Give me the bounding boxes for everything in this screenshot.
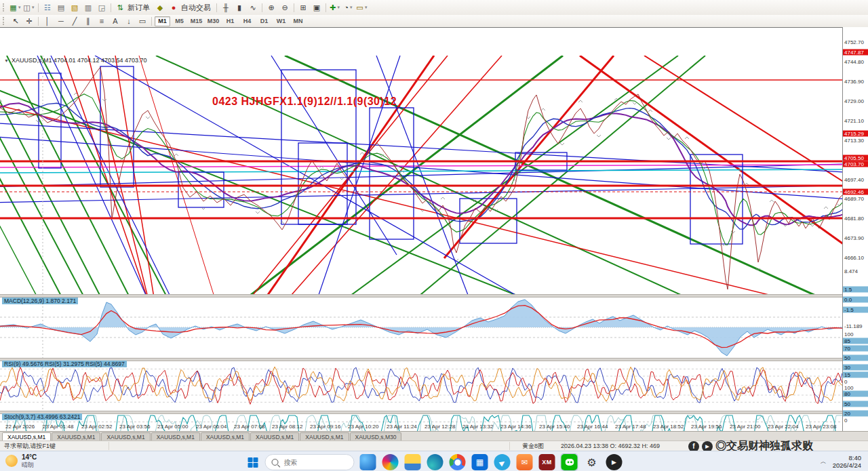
toolbar-cursor[interactable]: ↖ [9,16,22,26]
macd-indicator-label[interactable]: MACD(12,26,9) 1.870 2.171 [2,298,78,304]
explorer-icon [405,454,421,470]
toolbar-new-order[interactable]: ⇅ [114,3,126,13]
toolbar-cascade-windows[interactable]: ▣ [311,3,323,13]
periods-icon: ◔ [344,4,349,12]
timeframe-button-m1[interactable]: M1 [155,16,170,26]
rsi-scale-label: 0 [844,379,867,385]
price-label: 4692.46 [843,189,868,195]
system-tray: ︿ 8:40 2026/4/24 [821,453,861,470]
toolbar-trendline[interactable]: ╱ [68,16,81,26]
taskbar-app-wechat[interactable] [561,453,578,471]
chat-bubble-icon [565,459,574,466]
shapes-tool-icon: ▭ [139,18,146,25]
panel-splitter[interactable] [0,411,843,414]
line-chart-type-icon: ∿ [250,4,256,12]
time-label: 23 Apr 08:12 [272,424,302,430]
toolbar-separator [294,3,294,12]
profiles-icon: ◫ [23,4,30,12]
toolbar-new-chart[interactable]: ▦▼ [9,3,22,13]
stoch-indicator-label[interactable]: Stoch(9,3,7) 43.4996 63.2421 [2,413,82,420]
toolbar-text-tool[interactable]: A [109,16,121,26]
edge-icon [427,454,443,470]
toolbar-templates[interactable]: ▭▼ [356,3,368,13]
cursor-icon: ↖ [12,18,18,25]
fibonacci-icon: ≡ [100,18,104,25]
toolbar-navigator[interactable]: ▧ [68,3,81,13]
taskbar-app-copilot[interactable] [382,453,399,471]
toolbar-separator [326,3,326,12]
timeframe-button-m30[interactable]: M30 [205,16,221,26]
taskbar-weather-widget[interactable]: 14°C 晴朗 [5,453,37,468]
toolbar-crosshair[interactable]: ✛ [23,16,35,26]
toolbar-equidistant-channel[interactable]: ∥ [82,16,94,26]
toolbar-bar-chart-type[interactable]: ╫ [220,3,232,13]
toolbar-periods[interactable]: ◔▼ [342,3,355,13]
timeframe-button-h1[interactable]: H1 [222,16,238,26]
candle-chart-type-icon: ▮ [237,4,241,12]
timeframe-button-m5[interactable]: M5 [172,16,187,26]
status-profile-name[interactable]: 黄金8图 [502,442,565,450]
toolbar-shapes-tool[interactable]: ▭ [136,16,149,26]
taskbar-clock[interactable]: 8:40 2026/4/24 [833,454,861,470]
stoch-scale-label: 50 [843,401,868,407]
chart-area[interactable]: ▼ XAUUSD,s,M1 4704.01 4704.12 4703.54 47… [0,27,868,432]
toolbar-profiles[interactable]: ◫▼ [23,3,35,13]
price-chart-canvas[interactable] [0,55,843,451]
taskbar-app-xm[interactable]: XM [538,453,556,471]
toolbar-terminal[interactable]: ▥ [82,3,94,13]
taskbar-app-chrome[interactable] [449,453,467,471]
toolbar-separator [216,3,217,12]
toolbar-indicators[interactable]: ✚▼ [329,3,341,13]
timeframe-button-mn[interactable]: MN [290,16,306,26]
panel-splitter[interactable] [0,294,843,298]
chart-annotation-text[interactable]: 0423 HJHGFX1.1(9)12//1.1(9(30)12 [212,96,397,108]
dropdown-arrow-icon: ▼ [18,5,22,9]
toolbar-strategy-tester[interactable]: ◲ [96,3,108,13]
timeframe-button-d1[interactable]: D1 [256,16,272,26]
toolbar-data-window[interactable]: ▤ [55,3,67,13]
taskbar-app-telegram[interactable]: ▶ [494,453,511,471]
chevron-down-icon: ▼ [4,58,9,63]
timeframe-button-h4[interactable]: H4 [239,16,255,26]
taskbar-app-explorer[interactable] [404,453,422,471]
toolbar-line-chart-type[interactable]: ∿ [247,3,259,13]
tray-chevron-icon[interactable]: ︿ [821,457,827,466]
timeframe-button-m15[interactable]: M15 [189,16,204,26]
toolbar-candle-chart-type[interactable]: ▮ [233,3,245,13]
toolbar-separator [38,17,39,26]
timeframe-button-w1[interactable]: W1 [273,16,289,26]
taskbar-app-mail[interactable]: ✉ [516,453,534,471]
toolbar-horizontal-line[interactable]: ─ [55,16,67,26]
toolbar-grip [3,3,7,12]
toolbar-auto-trading[interactable]: ● [167,3,180,13]
rsi-indicator-label[interactable]: RSI(9) 49.5676 RSI(5) 31.2975 RSI(5) 44.… [2,361,127,367]
start-button[interactable] [245,455,260,470]
time-label: 23 Apr 18:52 [653,424,684,430]
toolbar-arrows-tool[interactable]: ↓ [123,16,135,26]
taskbar-app-edge[interactable] [427,453,444,471]
taskbar-app-widgets[interactable] [359,453,377,471]
search-input[interactable] [283,458,333,467]
toolbar-zoom-in[interactable]: ⊕ [265,3,277,13]
taskbar-search[interactable] [265,454,355,470]
toolbar-auto-trading-label: 自动交易 [181,3,211,13]
price-scale[interactable]: 4752.704747.874744.804736.904729.004721.… [842,27,868,431]
toolbar-market-watch[interactable]: ☷ [41,3,54,13]
toolbar-zoom-out[interactable]: ⊖ [279,3,291,13]
drawing-toolbar: ↖✛│─╱∥≡A↓▭M1M5M15M30H1H4D1W1MN [0,15,868,28]
metaeditor-icon: ◆ [157,4,163,12]
toolbar-tile-windows[interactable]: ⊞ [297,3,309,13]
toolbar-fibonacci[interactable]: ≡ [96,16,108,26]
time-label: 23 Apr 15:40 [539,424,570,430]
taskbar-app-settings[interactable]: ⚙ [583,453,601,471]
time-label: 23 Apr 23:08 [806,424,836,430]
price-label: 4705.50 [843,155,868,161]
toolbar-vertical-line[interactable]: │ [41,16,54,26]
taskbar-app-media[interactable]: ▶ [606,453,623,471]
time-label: 23 Apr 21:00 [730,424,760,430]
weather-temperature: 14°C [22,453,37,462]
toolbar-metaeditor[interactable]: ◆ [154,3,166,13]
time-scale[interactable]: 22 Apr 202623 Apr 01:4823 Apr 02:5223 Ap… [0,423,843,431]
taskbar-app-store[interactable]: ▦ [471,453,489,471]
macd-scale-label: 8.474 [844,268,867,274]
